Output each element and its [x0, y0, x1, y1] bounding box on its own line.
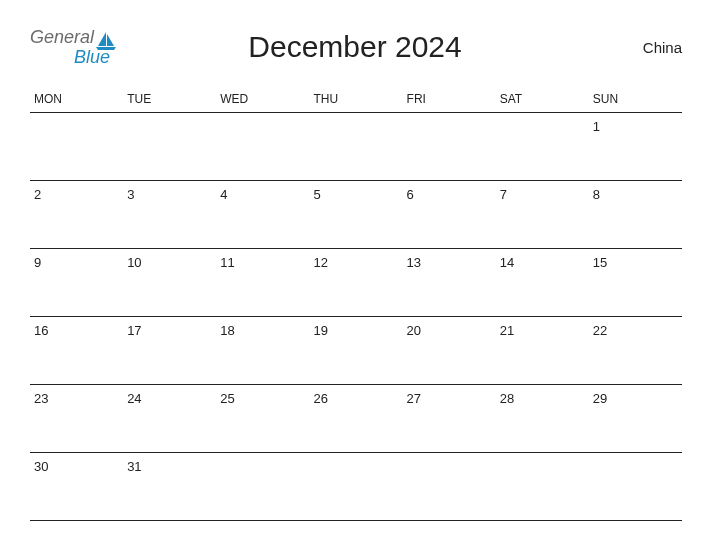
day-cell: [30, 113, 123, 180]
day-cell: 13: [403, 249, 496, 316]
day-cell: [216, 113, 309, 180]
weekday-header: SAT: [496, 92, 589, 106]
calendar: MON TUE WED THU FRI SAT SUN 1 2 3 4 5 6 …: [30, 92, 682, 521]
day-cell: 25: [216, 385, 309, 452]
day-cell: 3: [123, 181, 216, 248]
day-cell: [403, 113, 496, 180]
day-cell: 19: [309, 317, 402, 384]
week-row: 23 24 25 26 27 28 29: [30, 385, 682, 453]
day-cell: 10: [123, 249, 216, 316]
weekday-header: THU: [309, 92, 402, 106]
day-cell: 16: [30, 317, 123, 384]
day-cell: 4: [216, 181, 309, 248]
day-cell: 17: [123, 317, 216, 384]
day-cell: 21: [496, 317, 589, 384]
week-row: 16 17 18 19 20 21 22: [30, 317, 682, 385]
day-cell: 26: [309, 385, 402, 452]
day-cell: 8: [589, 181, 682, 248]
day-cell: 23: [30, 385, 123, 452]
day-cell: [216, 453, 309, 520]
day-cell: 7: [496, 181, 589, 248]
day-cell: 22: [589, 317, 682, 384]
day-cell: 14: [496, 249, 589, 316]
day-cell: 24: [123, 385, 216, 452]
day-cell: 6: [403, 181, 496, 248]
day-cell: [309, 113, 402, 180]
day-cell: [496, 453, 589, 520]
week-row: 30 31: [30, 453, 682, 521]
day-cell: 30: [30, 453, 123, 520]
day-cell: 12: [309, 249, 402, 316]
day-cell: [403, 453, 496, 520]
weekday-header: FRI: [403, 92, 496, 106]
day-cell: 1: [589, 113, 682, 180]
header: General Blue December 2024 China: [30, 28, 682, 66]
day-cell: 9: [30, 249, 123, 316]
week-row: 2 3 4 5 6 7 8: [30, 181, 682, 249]
day-cell: 11: [216, 249, 309, 316]
logo: General Blue: [30, 28, 118, 66]
day-cell: 20: [403, 317, 496, 384]
weekday-header: TUE: [123, 92, 216, 106]
page-title: December 2024: [118, 30, 592, 64]
logo-text-bottom: Blue: [74, 48, 118, 66]
weekday-header: SUN: [589, 92, 682, 106]
weekday-header-row: MON TUE WED THU FRI SAT SUN: [30, 92, 682, 113]
day-cell: 31: [123, 453, 216, 520]
logo-text-top: General: [30, 28, 94, 46]
day-cell: [123, 113, 216, 180]
week-row: 9 10 11 12 13 14 15: [30, 249, 682, 317]
day-cell: 29: [589, 385, 682, 452]
day-cell: 15: [589, 249, 682, 316]
day-cell: 2: [30, 181, 123, 248]
weekday-header: MON: [30, 92, 123, 106]
day-cell: 18: [216, 317, 309, 384]
week-row: 1: [30, 113, 682, 181]
day-cell: [309, 453, 402, 520]
day-cell: [496, 113, 589, 180]
weekday-header: WED: [216, 92, 309, 106]
day-cell: 27: [403, 385, 496, 452]
day-cell: [589, 453, 682, 520]
region-label: China: [592, 39, 682, 56]
day-cell: 28: [496, 385, 589, 452]
day-cell: 5: [309, 181, 402, 248]
